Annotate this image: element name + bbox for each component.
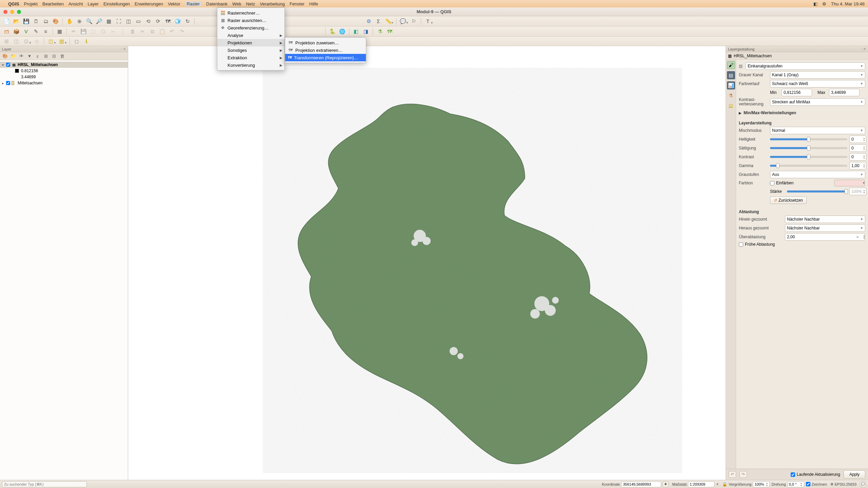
pan-selection-icon[interactable]: ⊕ xyxy=(75,17,84,25)
plugin-3-icon[interactable]: ◧ xyxy=(352,27,360,36)
early-resampling-checkbox[interactable] xyxy=(739,242,743,247)
crs-icon[interactable]: ⊕ xyxy=(830,482,833,486)
zoom-full-icon[interactable]: ⛶ xyxy=(114,17,123,25)
coord-input[interactable] xyxy=(621,481,661,487)
new-3d-view-icon[interactable]: 🧊 xyxy=(173,17,182,25)
plugin-6-icon[interactable]: 🗺 xyxy=(385,27,394,36)
locator-input[interactable] xyxy=(2,481,87,487)
add-group-icon[interactable]: 📁 xyxy=(10,53,16,59)
filter-legend-icon[interactable]: ▼ xyxy=(26,53,33,59)
plugin-4-icon[interactable]: ◨ xyxy=(361,27,370,36)
map-canvas[interactable] xyxy=(128,46,726,480)
raster-align-item[interactable]: ▦Raster ausrichten… xyxy=(217,17,284,24)
cut-icon[interactable]: ✂ xyxy=(138,27,147,36)
plugin-1-icon[interactable]: 🐍 xyxy=(328,27,337,36)
zoom-out-icon[interactable]: 🔎 xyxy=(95,17,103,25)
locator-search[interactable] xyxy=(2,481,87,487)
data-source-manager-icon[interactable]: 🗃 xyxy=(2,27,11,36)
colorize-checkbox[interactable] xyxy=(770,181,774,185)
deselect-icon[interactable]: ◻ xyxy=(72,37,81,45)
new-map-view-icon[interactable]: 🗺 xyxy=(163,17,172,25)
saturation-slider[interactable] xyxy=(770,147,847,149)
renderer-select[interactable]: Einkanalgraustufen▼ xyxy=(746,62,865,70)
crs-label[interactable]: EPSG:25833 xyxy=(835,482,856,486)
raster-calc-item[interactable]: 🧮Rasterrechner… xyxy=(217,9,284,17)
render-checkbox[interactable] xyxy=(806,482,810,486)
messages-icon[interactable]: 💬 xyxy=(860,481,866,487)
style-manager-icon[interactable]: 🎨 xyxy=(51,17,60,25)
zoom-last-icon[interactable]: ⟲ xyxy=(144,17,153,25)
new-geopackage-icon[interactable]: 📦 xyxy=(12,27,21,36)
contrast-select[interactable]: Strecken auf MinMax▼ xyxy=(770,98,865,106)
undo-style-icon[interactable]: ↶ xyxy=(729,471,736,478)
snap-2-icon[interactable]: ◫ xyxy=(12,37,21,45)
tab-histogram-icon[interactable]: 📊 xyxy=(727,81,735,89)
menu-netz[interactable]: Netz xyxy=(246,1,255,6)
apply-button[interactable]: Apply xyxy=(844,470,865,479)
menu-raster[interactable]: Raster xyxy=(185,1,201,6)
paste-icon[interactable]: 📋 xyxy=(158,27,166,36)
layer-item-mittelsachsen[interactable]: ▸ Mittelsachsen xyxy=(0,80,128,86)
copy-icon[interactable]: ⧉ xyxy=(148,27,157,36)
digitize-icon[interactable]: ⬡ xyxy=(99,27,107,36)
zoom-next-icon[interactable]: ⟳ xyxy=(154,17,162,25)
contrast-slider[interactable] xyxy=(770,156,847,158)
scale-input[interactable] xyxy=(688,481,714,487)
refresh-icon[interactable]: ↻ xyxy=(183,17,192,25)
minmax-section[interactable]: ▶ Min/Max-Werteinstellungen xyxy=(739,110,865,115)
menu-web[interactable]: Web xyxy=(232,1,241,6)
panel-close-icon[interactable]: ✕ xyxy=(123,47,126,51)
layer-checkbox[interactable] xyxy=(6,81,10,85)
vertex-tool-icon[interactable]: ⋮ xyxy=(118,27,127,36)
expand-all-icon[interactable]: ⊞ xyxy=(43,53,49,59)
oversampling-input[interactable] xyxy=(785,233,865,241)
zoom-native-icon[interactable]: ▦ xyxy=(104,17,113,25)
menu-bearbeiten[interactable]: Bearbeiten xyxy=(42,1,64,6)
add-vector-icon[interactable]: V xyxy=(22,27,31,36)
expand-icon[interactable]: ▸ xyxy=(2,81,5,85)
conversion-item[interactable]: Konvertierung▶ xyxy=(217,61,284,69)
clock[interactable]: Thu 4. Mar 19:48 xyxy=(831,1,865,6)
tab-history-icon[interactable]: 🕮 xyxy=(727,102,735,110)
projections-item[interactable]: Projektionen▶ xyxy=(217,39,284,46)
colorize-color-swatch[interactable] xyxy=(834,180,865,186)
gray-channel-select[interactable]: Kanal 1 (Gray)▼ xyxy=(770,71,865,79)
layout-manager-icon[interactable]: 🗂 xyxy=(41,17,50,25)
strength-slider[interactable] xyxy=(787,190,847,192)
panel-undock-icon[interactable]: ▫ xyxy=(121,47,122,51)
gamma-slider[interactable] xyxy=(770,165,847,167)
menu-einstellungen[interactable]: Einstellungen xyxy=(103,1,130,6)
layer-item-hrsl[interactable]: ▾ ▦ HRSL_Mittelsachsen xyxy=(0,62,128,68)
zoom-selection-icon[interactable]: ◫ xyxy=(124,17,133,25)
zoom-in-select[interactable]: Nächster Nachbar▼ xyxy=(785,216,865,223)
app-name[interactable]: QGIS xyxy=(8,1,19,6)
coord-toggle-icon[interactable]: ✚ xyxy=(663,481,669,487)
processing-toolbox-icon[interactable]: ⚙ xyxy=(364,17,373,25)
grayscale-select[interactable]: Aus▼ xyxy=(770,171,865,178)
menu-vektor[interactable]: Vektor xyxy=(168,1,180,6)
layer-style-icon[interactable]: 🎨 xyxy=(2,53,8,59)
plugin-5-icon[interactable]: ⚗ xyxy=(375,27,384,36)
max-input[interactable] xyxy=(829,89,860,96)
menu-hilfe[interactable]: Hilfe xyxy=(309,1,318,6)
new-virtual-icon[interactable]: ≡ xyxy=(41,27,50,36)
close-button[interactable] xyxy=(3,10,7,14)
misc-item[interactable]: Sonstiges▶ xyxy=(217,46,284,54)
blend-select[interactable]: Normal▼ xyxy=(770,127,865,134)
min-input[interactable] xyxy=(782,89,812,96)
new-layout-icon[interactable]: 🗒 xyxy=(32,17,40,25)
expand-icon[interactable]: ▾ xyxy=(2,63,5,67)
filter-expression-icon[interactable]: ε xyxy=(35,53,41,59)
assign-projection-item[interactable]: 🗺Projektion zuweisen… xyxy=(285,39,366,46)
identify-icon[interactable]: ℹ xyxy=(82,37,91,45)
menu-datenbank[interactable]: Datenbank xyxy=(206,1,228,6)
menu-layer[interactable]: Layer xyxy=(88,1,99,6)
panel-close-icon[interactable]: ✕ xyxy=(863,47,866,51)
zoom-out-select[interactable]: Nächster Nachbar▼ xyxy=(785,224,865,232)
lock-icon[interactable]: 🔒 xyxy=(722,482,727,487)
panel-undock-icon[interactable]: ▫ xyxy=(861,47,862,51)
open-project-icon[interactable]: 📂 xyxy=(12,17,21,25)
tab-transparency-icon[interactable]: ▤ xyxy=(727,71,735,79)
new-bookmark-icon[interactable]: ⚐ xyxy=(410,17,418,25)
tab-rendering-icon[interactable]: ⚗ xyxy=(727,92,735,100)
